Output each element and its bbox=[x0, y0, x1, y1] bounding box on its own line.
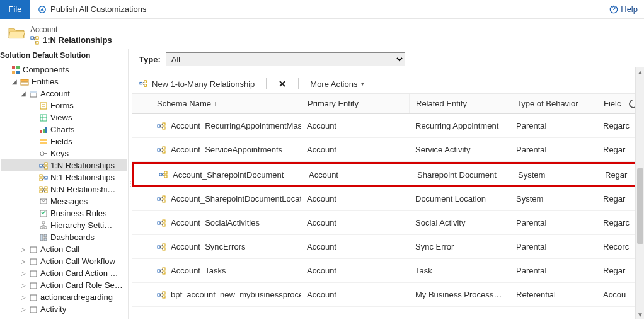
twisty-icon[interactable]: ▷ bbox=[20, 306, 26, 313]
tree-entities[interactable]: ◢ Entities bbox=[1, 76, 127, 88]
relationship-1n-icon bbox=[39, 161, 48, 170]
forms-icon bbox=[39, 101, 48, 110]
svg-rect-35 bbox=[45, 187, 47, 189]
tree-action-call[interactable]: ▷Action Call bbox=[1, 243, 127, 255]
help-link[interactable]: ? Help bbox=[609, 4, 638, 14]
table-row[interactable]: Account_SharepointDocumentLocationAccoun… bbox=[132, 187, 644, 211]
scroll-thumb[interactable] bbox=[637, 168, 643, 244]
svg-rect-5 bbox=[36, 41, 38, 43]
cell-schema: Account_RecurringAppointmentMasters bbox=[171, 121, 301, 130]
cell-related: Task bbox=[409, 266, 510, 275]
table-row[interactable]: Account_SocialActivitiesAccountSocial Ac… bbox=[132, 211, 644, 235]
cell-schema: Account_SyncErrors bbox=[171, 242, 246, 251]
twisty-icon[interactable]: ▷ bbox=[20, 294, 26, 301]
svg-rect-17 bbox=[40, 115, 47, 121]
svg-rect-40 bbox=[40, 227, 43, 229]
svg-rect-70 bbox=[163, 244, 165, 246]
publish-all-button[interactable]: Publish All Customizations bbox=[38, 4, 146, 14]
tree-components[interactable]: Components bbox=[1, 64, 127, 76]
svg-rect-3 bbox=[31, 36, 33, 38]
file-button[interactable]: File bbox=[0, 0, 30, 19]
svg-rect-9 bbox=[16, 71, 20, 74]
col-schema[interactable]: Schema Name↑ bbox=[132, 94, 301, 113]
twisty-icon[interactable]: ▷ bbox=[20, 258, 26, 265]
solution-label: Solution Default Solution bbox=[0, 51, 127, 64]
svg-rect-33 bbox=[40, 187, 42, 189]
table-row[interactable]: bpf_account_new_mybusinessprocessflowAcc… bbox=[132, 283, 644, 307]
svg-rect-41 bbox=[44, 227, 47, 229]
tree-activity[interactable]: ▷Activity bbox=[1, 303, 127, 315]
table-row[interactable]: Account_SyncErrorsAccountSync ErrorParen… bbox=[132, 235, 644, 259]
relationships-grid: Schema Name↑ Primary Entity Related Enti… bbox=[132, 94, 644, 319]
tree-account[interactable]: ◢ Account bbox=[1, 88, 127, 100]
svg-rect-58 bbox=[163, 147, 165, 149]
cell-behavior: System bbox=[512, 170, 599, 180]
relationship-row-icon bbox=[157, 243, 166, 251]
tree-keys[interactable]: Keys bbox=[1, 147, 127, 159]
tree-hierarchy[interactable]: Hierarchy Setti… bbox=[1, 219, 127, 231]
scroll-up-icon[interactable]: ▲ bbox=[636, 67, 644, 76]
cell-related: Service Activity bbox=[409, 145, 510, 154]
delete-button[interactable] bbox=[278, 79, 287, 88]
twisty-icon[interactable]: ◢ bbox=[20, 90, 26, 97]
tree-forms[interactable]: Forms bbox=[1, 100, 127, 112]
svg-rect-74 bbox=[163, 272, 165, 274]
tree-action-card-action[interactable]: ▷Action Card Action … bbox=[1, 267, 127, 279]
cell-schema: Account_SharepointDocument bbox=[173, 170, 284, 180]
chevron-down-icon: ▾ bbox=[361, 81, 364, 87]
cell-behavior: Parental bbox=[510, 266, 597, 275]
cell-behavior: Parental bbox=[510, 218, 597, 227]
page-title-text: 1:N Relationships bbox=[43, 35, 112, 45]
cell-related: Recurring Appointment bbox=[409, 121, 510, 130]
toolbar-separator bbox=[298, 78, 299, 89]
tree-business-rules[interactable]: Business Rules bbox=[1, 207, 127, 219]
vertical-scrollbar[interactable]: ▲ ▼ bbox=[635, 67, 644, 319]
table-row[interactable]: Account_ServiceAppointmentsAccountServic… bbox=[132, 138, 644, 162]
tree-components-label: Components bbox=[23, 65, 69, 74]
relationship-row-icon bbox=[157, 267, 166, 275]
business-rules-icon bbox=[39, 209, 48, 218]
scroll-down-icon[interactable]: ▼ bbox=[636, 310, 644, 319]
tree-actioncardregarding[interactable]: ▷actioncardregarding bbox=[1, 291, 127, 303]
svg-rect-10 bbox=[21, 79, 28, 81]
svg-rect-57 bbox=[158, 149, 160, 151]
twisty-icon[interactable]: ◢ bbox=[11, 78, 18, 85]
tree-views[interactable]: Views bbox=[1, 112, 127, 124]
new-relationship-button[interactable]: New 1-to-Many Relationship bbox=[139, 79, 255, 89]
tree-fields[interactable]: Fields bbox=[1, 135, 127, 147]
twisty-icon[interactable]: ▷ bbox=[20, 282, 26, 289]
svg-rect-75 bbox=[158, 294, 160, 296]
svg-rect-42 bbox=[40, 234, 43, 241]
tree-action-call-wf[interactable]: ▷Action Call Workflow bbox=[1, 255, 127, 267]
tree-dashboards[interactable]: Dashboards bbox=[1, 231, 127, 243]
svg-rect-7 bbox=[16, 66, 20, 69]
cell-behavior: Referential bbox=[510, 290, 597, 299]
table-row[interactable]: Account_SharepointDocumentAccountSharepo… bbox=[132, 162, 644, 187]
tree-1n-relationships[interactable]: 1:N Relationships bbox=[1, 159, 127, 171]
publish-all-label: Publish All Customizations bbox=[50, 4, 146, 14]
table-row[interactable]: Account_TasksAccountTaskParentalRegar bbox=[132, 259, 644, 283]
col-primary[interactable]: Primary Entity bbox=[301, 94, 409, 113]
top-bar: File Publish All Customizations ? Help bbox=[0, 0, 644, 19]
twisty-icon[interactable]: ▷ bbox=[20, 270, 26, 277]
grid-body: Account_RecurringAppointmentMastersAccou… bbox=[132, 114, 644, 307]
tree-action-card-role[interactable]: ▷Action Card Role Se… bbox=[1, 279, 127, 291]
svg-rect-76 bbox=[163, 292, 165, 294]
col-related[interactable]: Related Entity bbox=[409, 94, 510, 113]
table-row[interactable]: Account_RecurringAppointmentMastersAccou… bbox=[132, 114, 644, 138]
svg-rect-43 bbox=[44, 234, 47, 237]
cell-primary: Account bbox=[302, 170, 411, 180]
more-actions-button[interactable]: More Actions ▾ bbox=[310, 79, 364, 89]
hierarchy-icon bbox=[39, 221, 48, 230]
type-select[interactable]: All bbox=[166, 52, 405, 66]
svg-rect-13 bbox=[30, 91, 37, 93]
new-relationship-icon bbox=[139, 79, 148, 88]
cell-behavior: Parental bbox=[510, 242, 597, 251]
tree-n1-relationships[interactable]: N:1 Relationships bbox=[1, 171, 127, 183]
tree-messages[interactable]: Messages bbox=[1, 195, 127, 207]
twisty-icon[interactable]: ▷ bbox=[20, 246, 26, 253]
col-behavior[interactable]: Type of Behavior bbox=[510, 94, 597, 113]
tree-charts[interactable]: Charts bbox=[1, 124, 127, 135]
tree-nn-relationships[interactable]: N:N Relationshi… bbox=[1, 183, 127, 195]
relationship-row-icon bbox=[157, 290, 166, 299]
